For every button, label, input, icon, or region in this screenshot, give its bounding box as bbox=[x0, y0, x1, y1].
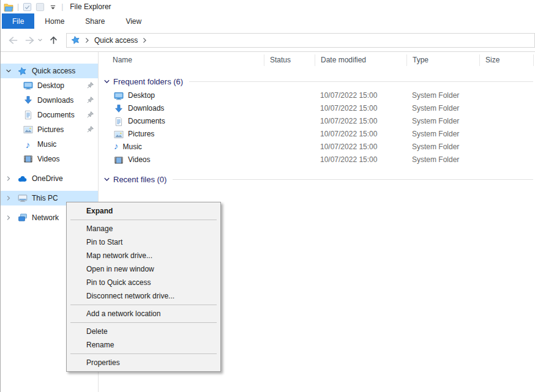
titlebar: | | File Explorer bbox=[1, 0, 535, 13]
qat-divider: | bbox=[61, 2, 63, 11]
file-row-pictures[interactable]: Pictures10/07/2022 15:00System Folder bbox=[99, 128, 535, 141]
sidebar-item-desktop[interactable]: Desktop bbox=[1, 78, 98, 93]
chevron-down-icon[interactable] bbox=[103, 78, 110, 85]
menu-item-open-in-new-window[interactable]: Open in new window bbox=[67, 262, 220, 276]
type-cell: System Folder bbox=[406, 102, 479, 115]
qat-customize-dropdown-button[interactable] bbox=[47, 2, 58, 12]
chevron-down-icon[interactable] bbox=[103, 176, 110, 183]
file-name: Pictures bbox=[128, 128, 154, 141]
file-name: Downloads bbox=[128, 102, 164, 115]
column-header-type[interactable]: Type bbox=[406, 54, 479, 66]
pictures-icon bbox=[22, 125, 34, 135]
size-cell bbox=[479, 153, 534, 166]
name-cell: Pictures bbox=[99, 128, 264, 141]
pin-icon bbox=[86, 125, 94, 133]
tab-file[interactable]: File bbox=[2, 13, 34, 29]
recent-locations-dropdown-icon[interactable] bbox=[37, 37, 43, 43]
sidebar-item-label: OneDrive bbox=[32, 174, 63, 183]
size-cell bbox=[479, 102, 534, 115]
group-header-recent-files-0[interactable]: Recent files (0) bbox=[103, 173, 535, 185]
forward-button[interactable] bbox=[25, 35, 36, 45]
chevron-right-icon[interactable] bbox=[6, 195, 13, 201]
menu-item-rename[interactable]: Rename bbox=[67, 338, 220, 352]
menu-item-expand[interactable]: Expand bbox=[67, 204, 220, 218]
pictures-icon bbox=[114, 130, 124, 139]
breadcrumb-chevron-icon[interactable] bbox=[85, 37, 89, 43]
size-cell bbox=[479, 128, 534, 141]
column-header-name[interactable]: Name bbox=[99, 54, 264, 66]
status-cell bbox=[264, 102, 315, 115]
tab-view[interactable]: View bbox=[115, 13, 152, 29]
documents-icon bbox=[114, 117, 124, 127]
column-header-size[interactable]: Size bbox=[479, 54, 534, 66]
network-icon bbox=[17, 213, 28, 223]
downloads-icon bbox=[114, 104, 124, 114]
file-row-documents[interactable]: Documents10/07/2022 15:00System Folder bbox=[99, 115, 535, 128]
downloads-icon bbox=[22, 95, 34, 105]
type-cell: System Folder bbox=[406, 153, 479, 166]
pin-icon bbox=[86, 111, 94, 119]
group-divider-line bbox=[189, 81, 533, 82]
type-cell: System Folder bbox=[406, 89, 479, 102]
sidebar-item-label: Desktop bbox=[37, 81, 64, 90]
menu-item-disconnect-network-drive[interactable]: Disconnect network drive... bbox=[67, 289, 220, 303]
back-button[interactable] bbox=[7, 35, 18, 45]
menu-item-pin-to-start[interactable]: Pin to Start bbox=[67, 235, 220, 249]
column-header-status[interactable]: Status bbox=[264, 54, 315, 66]
chevron-right-icon[interactable] bbox=[6, 176, 13, 182]
chevron-down-icon[interactable] bbox=[6, 68, 13, 74]
chevron-right-icon[interactable] bbox=[6, 215, 13, 221]
menu-item-map-network-drive[interactable]: Map network drive... bbox=[67, 249, 220, 262]
sidebar-item-pictures[interactable]: Pictures bbox=[1, 122, 98, 137]
sidebar-item-label: Quick access bbox=[32, 67, 75, 75]
date-modified-cell: 10/07/2022 15:00 bbox=[315, 128, 406, 141]
ribbon-tab-strip: FileHomeShareView bbox=[1, 13, 535, 29]
date-modified-cell: 10/07/2022 15:00 bbox=[315, 89, 406, 102]
sidebar-item-label: Pictures bbox=[37, 125, 64, 134]
file-groups: Frequent folders (6)Desktop10/07/2022 15… bbox=[99, 68, 535, 187]
column-header-date-modified[interactable]: Date modified bbox=[315, 54, 406, 66]
sidebar-item-documents[interactable]: Documents bbox=[1, 108, 98, 122]
sidebar-item-quick-access[interactable]: Quick access bbox=[1, 64, 98, 78]
tab-home[interactable]: Home bbox=[34, 13, 75, 29]
menu-item-add-a-network-location[interactable]: Add a network location bbox=[67, 307, 220, 320]
menu-item-properties[interactable]: Properties bbox=[67, 356, 220, 369]
status-cell bbox=[264, 153, 315, 166]
date-modified-cell: 10/07/2022 15:00 bbox=[315, 153, 406, 166]
videos-icon bbox=[114, 155, 124, 165]
qat-new-folder-button[interactable] bbox=[34, 2, 45, 12]
menu-item-pin-to-quick-access[interactable]: Pin to Quick access bbox=[67, 276, 220, 289]
menu-separator bbox=[70, 220, 217, 220]
breadcrumb-location[interactable]: Quick access bbox=[94, 36, 138, 45]
group-header-frequent-folders-6[interactable]: Frequent folders (6) bbox=[103, 75, 535, 87]
type-cell: System Folder bbox=[406, 141, 479, 153]
desktop-icon bbox=[114, 91, 124, 101]
menu-separator bbox=[70, 322, 217, 323]
file-row-downloads[interactable]: Downloads10/07/2022 15:00System Folder bbox=[99, 102, 535, 115]
size-cell bbox=[479, 141, 534, 153]
file-row-videos[interactable]: Videos10/07/2022 15:00System Folder bbox=[99, 153, 535, 166]
sidebar-item-videos[interactable]: Videos bbox=[1, 152, 98, 166]
menu-item-delete[interactable]: Delete bbox=[67, 325, 220, 338]
star-icon bbox=[17, 67, 28, 76]
name-cell: Downloads bbox=[99, 102, 264, 115]
file-row-music[interactable]: ♪Music10/07/2022 15:00System Folder bbox=[99, 141, 535, 153]
sidebar-item-label: Documents bbox=[37, 111, 75, 119]
file-row-desktop[interactable]: Desktop10/07/2022 15:00System Folder bbox=[99, 89, 535, 102]
status-cell bbox=[264, 115, 315, 128]
sidebar-item-label: This PC bbox=[32, 194, 58, 202]
menu-item-manage[interactable]: Manage bbox=[67, 222, 220, 235]
qat-properties-button[interactable] bbox=[21, 2, 32, 12]
sidebar-item-downloads[interactable]: Downloads bbox=[1, 93, 98, 108]
music-icon: ♪ bbox=[114, 141, 119, 153]
date-modified-cell: 10/07/2022 15:00 bbox=[315, 102, 406, 115]
sidebar-item-onedrive[interactable]: OneDrive bbox=[1, 171, 98, 186]
sidebar-item-music[interactable]: ♪Music bbox=[1, 137, 98, 152]
breadcrumb-chevron-icon[interactable] bbox=[143, 37, 147, 43]
tab-share[interactable]: Share bbox=[75, 13, 115, 29]
name-cell: Documents bbox=[99, 115, 264, 128]
this-pc-icon bbox=[17, 193, 28, 203]
music-icon: ♪ bbox=[22, 140, 34, 149]
up-button[interactable] bbox=[48, 35, 59, 45]
address-bar[interactable]: Quick access bbox=[66, 33, 535, 48]
